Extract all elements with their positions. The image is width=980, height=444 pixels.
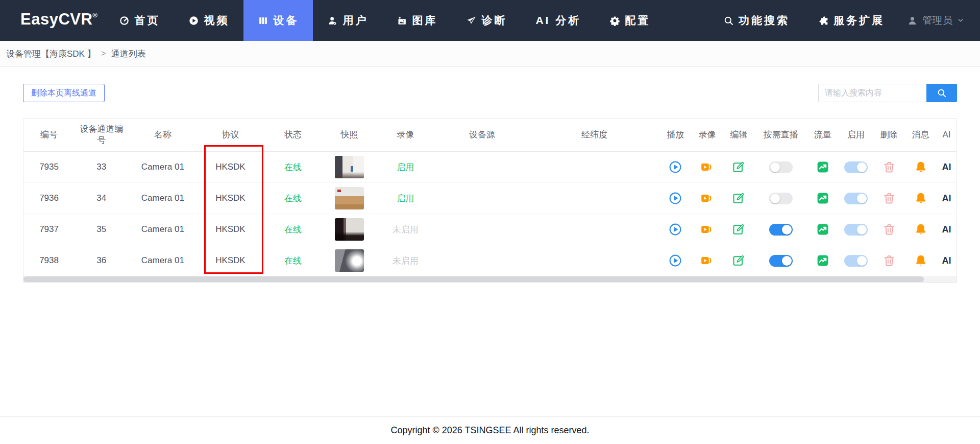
record-video-icon[interactable] <box>700 254 714 267</box>
delete-trash-icon[interactable] <box>883 192 896 205</box>
diagnosis-plane-icon <box>466 15 477 26</box>
ai-link[interactable]: AI <box>937 245 957 276</box>
user-menu[interactable]: 管理员 <box>899 0 980 41</box>
column-header: 消息 <box>905 119 937 152</box>
search-box <box>818 84 957 102</box>
cell-id: 7937 <box>23 214 75 245</box>
ondemand-live-toggle[interactable] <box>769 193 793 204</box>
snapshot-thumbnail[interactable] <box>335 218 364 241</box>
cell-coordinates <box>529 245 659 276</box>
brand-text: EasyCVR <box>20 10 92 29</box>
breadcrumb-parent[interactable]: 设备管理【海康SDK 】 <box>6 48 96 60</box>
enable-toggle[interactable] <box>844 193 868 204</box>
cell-name: Camera 01 <box>128 245 197 276</box>
play-icon[interactable] <box>669 192 682 205</box>
nav-item-home[interactable]: 首页 <box>105 0 174 41</box>
table-row: 7937 35 Camera 01 HKSDK 在线 未启用 AI <box>23 214 957 245</box>
traffic-chart-icon[interactable] <box>816 160 829 174</box>
play-icon[interactable] <box>669 254 682 267</box>
record-video-icon[interactable] <box>700 192 714 205</box>
horizontal-scrollbar[interactable] <box>23 276 957 283</box>
status-online-text: 在线 <box>284 194 302 203</box>
enable-toggle[interactable] <box>844 255 868 267</box>
delete-offline-channels-button[interactable]: 删除本页离线通道 <box>23 84 105 102</box>
record-video-icon[interactable] <box>700 160 714 174</box>
cell-id: 7938 <box>23 245 75 276</box>
snapshot-thumbnail[interactable] <box>335 156 364 178</box>
enable-toggle[interactable] <box>844 224 868 236</box>
ai-link[interactable]: AI <box>937 183 957 214</box>
edit-icon[interactable] <box>732 192 745 205</box>
toolbar: 删除本页离线通道 <box>23 84 957 102</box>
ondemand-live-toggle[interactable] <box>769 255 793 267</box>
cell-id: 7935 <box>23 152 75 183</box>
ondemand-live-toggle[interactable] <box>769 161 793 173</box>
scrollbar-thumb[interactable] <box>23 276 924 282</box>
delete-trash-icon[interactable] <box>883 160 896 174</box>
snapshot-thumbnail[interactable] <box>335 187 364 209</box>
ondemand-live-toggle[interactable] <box>769 224 793 236</box>
search-input[interactable] <box>818 84 926 102</box>
nav-item-ai-analysis[interactable]: AI 分析 <box>521 0 595 41</box>
column-header: 按需直播 <box>755 119 807 152</box>
column-header: 录像 <box>376 119 435 152</box>
play-icon[interactable] <box>669 223 682 236</box>
record-status-text: 未启用 <box>393 225 419 235</box>
play-icon[interactable] <box>669 160 682 174</box>
breadcrumb: 设备管理【海康SDK 】 > 通道列表 <box>0 41 980 67</box>
nav-item-function-search[interactable]: 功能搜索 <box>709 0 804 41</box>
record-video-icon[interactable] <box>700 223 714 236</box>
nav-item-config[interactable]: 配置 <box>595 0 665 41</box>
message-bell-icon[interactable] <box>914 192 927 205</box>
cell-device-source <box>435 245 529 276</box>
nav-item-diagnosis[interactable]: 诊断 <box>452 0 521 41</box>
cell-protocol: HKSDK <box>197 214 263 245</box>
edit-icon[interactable] <box>732 254 745 267</box>
table-row: 7935 33 Camera 01 HKSDK 在线 启用 AI <box>23 152 957 183</box>
nav-item-service-extend[interactable]: 服务扩展 <box>804 0 899 41</box>
ai-link[interactable]: AI <box>937 152 957 183</box>
gear-icon <box>609 15 620 26</box>
column-header: 快照 <box>323 119 376 152</box>
edit-icon[interactable] <box>732 160 745 174</box>
message-bell-icon[interactable] <box>914 160 927 174</box>
snapshot-thumbnail[interactable] <box>335 249 364 272</box>
message-bell-icon[interactable] <box>914 254 927 267</box>
nav-label: 图库 <box>412 13 437 28</box>
brand-registered-mark: ® <box>92 11 97 19</box>
traffic-chart-icon[interactable] <box>816 223 829 236</box>
nav-right-section: 功能搜索 服务扩展 管理员 <box>709 0 980 41</box>
column-header: 协议 <box>197 119 263 152</box>
column-header: 设备通道编号 <box>75 119 128 152</box>
traffic-chart-icon[interactable] <box>816 192 829 205</box>
enable-toggle[interactable] <box>844 161 868 173</box>
column-header: 设备源 <box>435 119 529 152</box>
user-gear-icon <box>327 15 338 26</box>
cell-name: Camera 01 <box>128 152 197 183</box>
nav-item-users[interactable]: 用户 <box>313 0 382 41</box>
record-status-text: 启用 <box>397 194 414 203</box>
traffic-chart-icon[interactable] <box>816 254 829 267</box>
delete-trash-icon[interactable] <box>883 254 896 267</box>
column-header: 播放 <box>659 119 691 152</box>
message-bell-icon[interactable] <box>914 223 927 236</box>
delete-trash-icon[interactable] <box>883 223 896 236</box>
column-header: 流量 <box>807 119 839 152</box>
nav-label: 用户 <box>342 13 368 28</box>
search-icon <box>937 88 947 98</box>
search-button[interactable] <box>926 84 957 102</box>
device-server-icon <box>258 15 268 26</box>
ai-link[interactable]: AI <box>937 214 957 245</box>
app-logo[interactable]: EasyCVR® <box>20 0 97 41</box>
cell-protocol: HKSDK <box>197 245 263 276</box>
edit-icon[interactable] <box>732 223 745 236</box>
breadcrumb-separator: > <box>101 49 106 59</box>
nav-label: 首页 <box>134 13 160 28</box>
nav-label: AI 分析 <box>535 13 581 28</box>
easycvr-app: EasyCVR® 首页 视频 设备 用户 图库 <box>0 0 980 444</box>
nav-item-device[interactable]: 设备 <box>243 0 313 41</box>
status-online-text: 在线 <box>284 225 302 235</box>
record-status-text: 启用 <box>397 162 414 172</box>
nav-item-gallery[interactable]: 图库 <box>382 0 452 41</box>
nav-item-video[interactable]: 视频 <box>174 0 243 41</box>
